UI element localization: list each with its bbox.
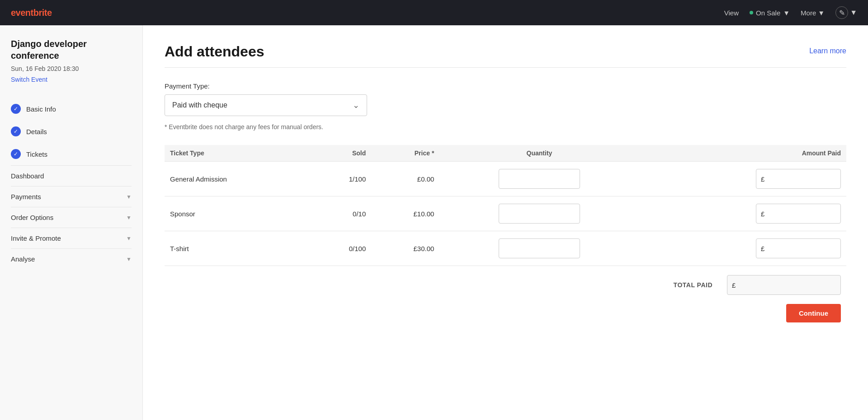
view-link[interactable]: View <box>724 9 739 17</box>
col-amount-paid: Amount Paid <box>639 145 846 162</box>
sidebar-navigation: ✓ Basic Info ✓ Details ✓ Tickets Dashboa… <box>11 98 132 269</box>
col-quantity: Quantity <box>439 145 639 162</box>
payment-type-value: Paid with cheque <box>172 101 227 109</box>
more-dropdown[interactable]: More ▼ <box>801 9 825 17</box>
status-dot-icon <box>750 11 753 14</box>
amount-paid-input[interactable] <box>766 245 836 252</box>
payment-type-dropdown[interactable]: Paid with cheque ⌄ <box>165 94 367 116</box>
payment-type-label: Payment Type: <box>165 82 846 90</box>
amount-paid-input-wrap: £ <box>756 238 841 258</box>
sidebar-item-basic-info[interactable]: ✓ Basic Info <box>11 98 132 120</box>
amount-paid-input[interactable] <box>766 175 836 183</box>
event-date: Sun, 16 Feb 2020 18:30 <box>11 65 132 72</box>
price-cell: £30.00 <box>371 231 439 266</box>
submit-button[interactable]: Continue <box>786 304 841 322</box>
total-paid-row: TOTAL PAID £ <box>165 266 846 295</box>
more-label: More <box>801 9 816 17</box>
quantity-cell <box>439 231 639 266</box>
total-paid-label: TOTAL PAID <box>674 281 712 289</box>
sidebar-item-label: Order Options <box>11 214 53 221</box>
sidebar-item-analyse[interactable]: Analyse ▼ <box>11 248 132 269</box>
chevron-down-icon: ▼ <box>126 235 132 242</box>
check-icon: ✓ <box>11 126 21 136</box>
sidebar-item-label: Analyse <box>11 255 35 263</box>
amount-paid-cell: £ <box>639 162 846 196</box>
user-avatar-icon: ✎ <box>835 6 848 19</box>
currency-symbol: £ <box>732 281 736 289</box>
currency-symbol: £ <box>761 245 764 252</box>
status-label: On Sale <box>756 9 780 17</box>
quantity-input[interactable] <box>499 238 580 258</box>
sidebar-item-invite-promote[interactable]: Invite & Promote ▼ <box>11 228 132 248</box>
sidebar-item-details[interactable]: ✓ Details <box>11 120 132 143</box>
quantity-input[interactable] <box>499 169 580 189</box>
sidebar: Django developer conference Sun, 16 Feb … <box>0 25 143 420</box>
check-icon: ✓ <box>11 104 21 114</box>
col-price: Price * <box>371 145 439 162</box>
quantity-cell <box>439 196 639 231</box>
table-row: Sponsor 0/10 £10.00 £ <box>165 196 846 231</box>
event-title: Django developer conference <box>11 38 132 61</box>
amount-paid-input-wrap: £ <box>756 204 841 224</box>
sold-cell: 0/100 <box>311 231 371 266</box>
page-title: Add attendees <box>165 43 264 60</box>
sold-cell: 1/100 <box>311 162 371 196</box>
quantity-cell <box>439 162 639 196</box>
sidebar-item-label: Invite & Promote <box>11 234 61 242</box>
check-icon: ✓ <box>11 149 21 159</box>
ticket-type-cell: Sponsor <box>165 196 311 231</box>
main-content: Add attendees Learn more Payment Type: P… <box>143 25 868 420</box>
ticket-type-cell: General Admission <box>165 162 311 196</box>
sold-cell: 0/10 <box>311 196 371 231</box>
sidebar-item-label: Payments <box>11 193 41 201</box>
learn-more-link[interactable]: Learn more <box>809 47 846 55</box>
sidebar-item-label: Tickets <box>26 150 47 158</box>
user-chevron-icon: ▼ <box>850 9 857 17</box>
sidebar-item-payments[interactable]: Payments ▼ <box>11 186 132 207</box>
ticket-type-cell: T-shirt <box>165 231 311 266</box>
sidebar-item-tickets[interactable]: ✓ Tickets <box>11 143 132 165</box>
bottom-actions: Continue <box>165 295 846 322</box>
amount-paid-cell: £ <box>639 196 846 231</box>
amount-paid-input[interactable] <box>766 210 836 218</box>
table-row: T-shirt 0/100 £30.00 £ <box>165 231 846 266</box>
top-navigation: eventbrite View On Sale ▼ More ▼ ✎ ▼ <box>0 0 868 25</box>
chevron-down-icon: ▼ <box>126 215 132 221</box>
chevron-down-icon: ⌄ <box>353 100 359 110</box>
table-row: General Admission 1/100 £0.00 £ <box>165 162 846 196</box>
status-chevron-icon: ▼ <box>783 9 790 17</box>
switch-event-link[interactable]: Switch Event <box>11 76 132 83</box>
sidebar-item-label: Details <box>26 128 47 135</box>
sidebar-item-order-options[interactable]: Order Options ▼ <box>11 207 132 228</box>
total-paid-input-wrap: £ <box>727 275 841 295</box>
chevron-down-icon: ▼ <box>126 194 132 200</box>
more-chevron-icon: ▼ <box>818 9 825 17</box>
col-sold: Sold <box>311 145 371 162</box>
quantity-input[interactable] <box>499 204 580 224</box>
eventbrite-logo: eventbrite <box>11 8 52 18</box>
price-cell: £0.00 <box>371 162 439 196</box>
total-paid-input[interactable] <box>737 281 836 289</box>
sidebar-item-dashboard[interactable]: Dashboard <box>11 165 132 186</box>
ticket-table: Ticket Type Sold Price * Quantity Amount… <box>165 145 846 266</box>
currency-symbol: £ <box>761 210 764 218</box>
fees-note: * Eventbrite does not charge any fees fo… <box>165 123 846 131</box>
user-menu[interactable]: ✎ ▼ <box>835 6 857 19</box>
price-cell: £10.00 <box>371 196 439 231</box>
sidebar-item-label: Basic Info <box>26 105 56 113</box>
amount-paid-cell: £ <box>639 231 846 266</box>
col-ticket-type: Ticket Type <box>165 145 311 162</box>
chevron-down-icon: ▼ <box>126 256 132 262</box>
currency-symbol: £ <box>761 175 764 183</box>
sidebar-item-label: Dashboard <box>11 172 44 180</box>
sale-status-dropdown[interactable]: On Sale ▼ <box>750 9 790 17</box>
amount-paid-input-wrap: £ <box>756 169 841 189</box>
